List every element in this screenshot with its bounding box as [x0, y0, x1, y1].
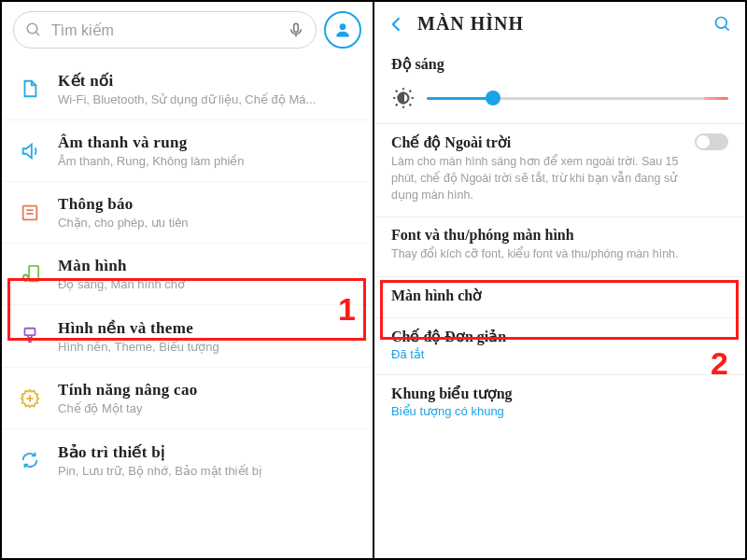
svg-point-4 [340, 23, 346, 30]
icon-frame-row[interactable]: Khung biểu tượng Biểu tượng có khung [374, 375, 745, 431]
display-settings-screen: MÀN HÌNH Độ sáng Chế độ Ngoài trời Làm c… [374, 2, 745, 558]
item-title: Hình nền và theme [58, 318, 358, 338]
item-sub: Chế độ Một tay [58, 401, 358, 415]
item-sub: Độ sáng, Màn hình chờ [58, 277, 358, 291]
svg-line-1 [35, 32, 39, 35]
brightness-icon [391, 86, 416, 110]
svg-point-0 [27, 23, 37, 34]
refresh-icon [20, 450, 40, 470]
simple-title: Chế độ Đơn giản [391, 328, 728, 345]
font-title: Font và thu/phóng màn hình [391, 227, 728, 244]
item-sub: Chặn, cho phép, ưu tiên [58, 216, 358, 230]
sidebar-item-advanced[interactable]: Tính năng nâng caoChế độ Một tay [2, 368, 373, 429]
outdoor-toggle[interactable] [695, 133, 728, 150]
outdoor-mode-row[interactable]: Chế độ Ngoài trời Làm cho màn hình sáng … [374, 124, 745, 217]
plus-badge-icon [20, 388, 40, 409]
page-title: MÀN HÌNH [417, 13, 702, 35]
iconframe-value: Biểu tượng có khung [391, 404, 728, 418]
svg-rect-2 [294, 23, 299, 32]
settings-list: Kết nốiWi-Fi, Bluetooth, Sử dụng dữ liệu… [2, 58, 373, 491]
screensaver-row[interactable]: Màn hình chờ [374, 277, 745, 318]
search-icon[interactable] [713, 15, 732, 34]
outdoor-title: Chế độ Ngoài trời [391, 133, 684, 151]
svg-rect-10 [25, 329, 35, 335]
sidebar-item-device-maintenance[interactable]: Bảo trì thiết bịPin, Lưu trữ, Bộ nhớ, Bả… [2, 429, 373, 491]
sidebar-item-wallpaper-theme[interactable]: Hình nền và themeHình nền, Theme, Biểu t… [2, 305, 373, 368]
settings-root-screen: Tìm kiếm Kết nốiWi-Fi, Bluetooth, Sử dụn… [2, 2, 373, 558]
slider-thumb[interactable] [486, 91, 500, 105]
sidebar-item-sound[interactable]: Âm thanh và rungÂm thanh, Rung, Không là… [2, 120, 373, 182]
item-title: Thông báo [58, 195, 358, 214]
item-sub: Wi-Fi, Bluetooth, Sử dụng dữ liệu, Chế đ… [58, 92, 358, 106]
search-input[interactable]: Tìm kiếm [13, 11, 317, 49]
back-button[interactable] [388, 15, 406, 34]
display-gear-icon [20, 264, 40, 285]
standby-title: Màn hình chờ [391, 287, 728, 304]
step-marker: 2 [711, 345, 728, 382]
list-icon [20, 203, 40, 223]
person-icon [333, 21, 352, 39]
item-title: Âm thanh và rung [58, 133, 358, 152]
svg-line-14 [726, 26, 729, 30]
item-title: Kết nối [58, 71, 358, 91]
simple-value: Đã tắt [391, 347, 728, 361]
item-title: Màn hình [58, 257, 358, 275]
font-sub: Thay đổi kích cỡ font, kiểu font và thu/… [391, 245, 728, 262]
step-marker: 1 [338, 291, 356, 328]
iconframe-title: Khung biểu tượng [391, 385, 728, 402]
paint-brush-icon [20, 326, 40, 346]
sidebar-item-connections[interactable]: Kết nốiWi-Fi, Bluetooth, Sử dụng dữ liệu… [2, 58, 373, 120]
search-placeholder: Tìm kiếm [51, 21, 114, 39]
speaker-icon [20, 141, 40, 161]
item-title: Bảo trì thiết bị [58, 442, 358, 462]
brightness-label: Độ sáng [391, 55, 728, 73]
svg-point-13 [716, 17, 727, 28]
microphone-icon[interactable] [288, 20, 304, 40]
brightness-slider[interactable] [427, 97, 728, 100]
sidebar-item-display[interactable]: Màn hìnhĐộ sáng, Màn hình chờ [2, 244, 373, 305]
outdoor-sub: Làm cho màn hình sáng hơn để xem ngoài t… [391, 153, 684, 203]
easy-mode-row[interactable]: Chế độ Đơn giản Đã tắt [374, 318, 745, 375]
item-sub: Hình nền, Theme, Biểu tượng [58, 340, 358, 354]
svg-rect-8 [29, 265, 38, 281]
font-zoom-row[interactable]: Font và thu/phóng màn hình Thay đổi kích… [374, 217, 745, 276]
search-icon [25, 21, 42, 38]
item-title: Tính năng nâng cao [58, 381, 358, 399]
profile-button[interactable] [324, 11, 361, 49]
brightness-section: Độ sáng [374, 46, 745, 124]
document-icon [20, 78, 40, 99]
item-sub: Âm thanh, Rung, Không làm phiền [58, 154, 358, 168]
sidebar-item-notifications[interactable]: Thông báoChặn, cho phép, ưu tiên [2, 182, 373, 244]
item-sub: Pin, Lưu trữ, Bộ nhớ, Bảo mật thiết bị [58, 464, 358, 478]
